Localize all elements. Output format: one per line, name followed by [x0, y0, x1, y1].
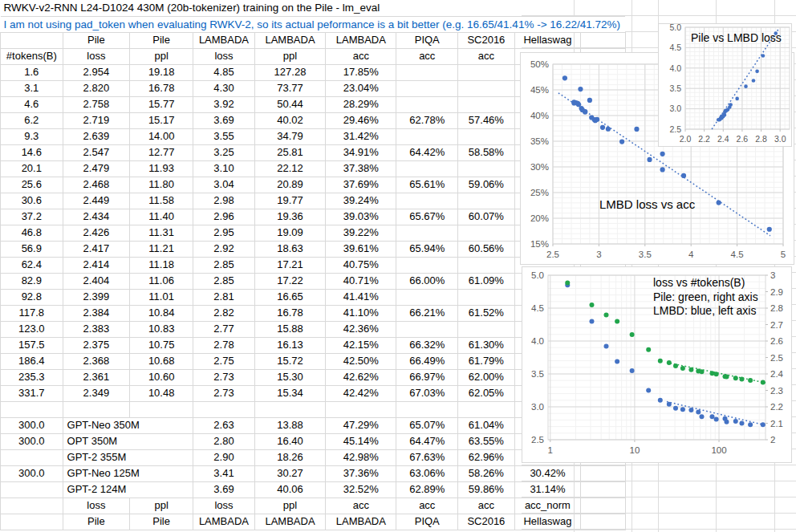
column-footer[interactable]: LAMBADA [193, 514, 255, 530]
model-name-cell[interactable]: OPT 350M [63, 433, 193, 449]
cell[interactable]: 2.434 [63, 209, 130, 225]
cell[interactable]: 41.41% [326, 289, 396, 305]
cell[interactable]: 11.58 [130, 193, 193, 209]
cell[interactable]: 20.1 [1, 160, 63, 177]
column-header[interactable]: PIQA [396, 32, 458, 48]
cell[interactable]: 19.09 [254, 225, 325, 241]
cell[interactable]: 3.69 [193, 481, 255, 497]
cell[interactable]: 2.719 [63, 112, 130, 128]
cell[interactable]: 42.36% [326, 321, 396, 337]
cell[interactable]: 3.10 [193, 160, 255, 177]
cell[interactable]: 3.41 [193, 465, 255, 481]
cell[interactable]: 66.00% [396, 273, 458, 289]
cell[interactable]: 15.72 [254, 353, 325, 369]
cell[interactable]: 3.04 [193, 177, 255, 193]
cell[interactable]: 32.52% [326, 481, 396, 497]
cell[interactable]: 3.25 [193, 144, 255, 160]
cell[interactable]: 16.40 [254, 433, 325, 449]
cell[interactable] [458, 64, 515, 80]
cell[interactable]: 59.06% [458, 177, 515, 193]
cell[interactable]: 2.77 [193, 321, 255, 337]
cell[interactable] [458, 80, 515, 96]
column-header[interactable] [581, 32, 625, 48]
cell[interactable] [396, 80, 458, 96]
cell[interactable]: 16.13 [254, 337, 325, 353]
cell[interactable]: 23.04% [326, 80, 396, 96]
cell[interactable]: 17.21 [254, 257, 325, 273]
cell[interactable]: 123.0 [1, 321, 63, 337]
cell[interactable]: 11.18 [130, 257, 193, 273]
cell[interactable]: 30.27 [254, 465, 325, 481]
cell[interactable] [458, 321, 515, 337]
cell[interactable]: 17.22 [254, 273, 325, 289]
column-header[interactable]: acc [396, 48, 458, 64]
column-footer[interactable]: LAMBADA [254, 514, 325, 530]
cell[interactable]: 157.5 [1, 337, 63, 353]
column-header[interactable]: SC2016 [458, 32, 515, 48]
cell[interactable] [1, 401, 63, 417]
cell[interactable]: 22.12 [254, 160, 325, 177]
cell[interactable] [581, 465, 625, 481]
cell[interactable]: 2.758 [63, 96, 130, 112]
cell[interactable]: 56.9 [1, 241, 63, 257]
cell[interactable]: 2.73 [193, 385, 255, 401]
cell[interactable]: 31.42% [326, 128, 396, 144]
cell[interactable]: 42.15% [326, 337, 396, 353]
cell[interactable]: 11.93 [130, 160, 193, 177]
cell[interactable]: 60.56% [458, 241, 515, 257]
cell[interactable]: 2.63 [193, 417, 255, 433]
column-footer[interactable]: LAMBADA [326, 514, 396, 530]
cell[interactable]: 39.61% [326, 241, 396, 257]
column-footer[interactable]: acc [326, 497, 396, 514]
cell[interactable]: 14.00 [130, 128, 193, 144]
cell[interactable]: 2.414 [63, 257, 130, 273]
column-footer[interactable]: SC2016 [458, 514, 515, 530]
cell[interactable]: 67.63% [396, 449, 458, 465]
cell[interactable]: 57.46% [458, 112, 515, 128]
cell[interactable]: 61.52% [458, 305, 515, 321]
cell[interactable]: 2.75 [193, 353, 255, 369]
cell[interactable] [458, 160, 515, 177]
chart-loss-vs-tokens[interactable]: 1101002.53.03.54.04.55.022.12.22.32.42.5… [522, 266, 792, 463]
cell[interactable] [326, 401, 396, 417]
column-header[interactable]: loss [193, 48, 255, 64]
column-header[interactable] [1, 32, 63, 48]
cell[interactable]: 2.417 [63, 241, 130, 257]
column-header[interactable]: loss [63, 48, 130, 64]
cell[interactable]: 34.91% [326, 144, 396, 160]
cell[interactable]: 4.85 [193, 64, 255, 80]
column-footer[interactable]: ppl [130, 497, 193, 514]
cell[interactable]: 2.547 [63, 144, 130, 160]
cell[interactable]: 62.4 [1, 257, 63, 273]
column-header[interactable]: #tokens(B) [1, 48, 63, 64]
cell[interactable]: 2.85 [193, 257, 255, 273]
cell[interactable]: 11.80 [130, 177, 193, 193]
cell[interactable]: 19.18 [130, 64, 193, 80]
column-header[interactable]: Pile [130, 32, 193, 48]
cell[interactable]: 2.426 [63, 225, 130, 241]
column-footer[interactable] [1, 497, 63, 514]
column-footer[interactable] [1, 514, 63, 530]
cell[interactable] [458, 289, 515, 305]
cell[interactable] [458, 257, 515, 273]
cell[interactable]: 42.50% [326, 353, 396, 369]
cell[interactable]: 61.04% [458, 417, 515, 433]
cell[interactable]: 39.03% [326, 209, 396, 225]
cell[interactable]: 15.88 [254, 321, 325, 337]
column-header[interactable]: ppl [130, 48, 193, 64]
cell[interactable]: 62.89% [396, 481, 458, 497]
cell[interactable]: 9.3 [1, 128, 63, 144]
cell[interactable]: 11.31 [130, 225, 193, 241]
cell[interactable]: 2.820 [63, 80, 130, 96]
cell[interactable]: 127.28 [254, 64, 325, 80]
model-name-cell[interactable]: GPT-Neo 125M [63, 465, 193, 481]
cell[interactable]: 2.368 [63, 353, 130, 369]
cell[interactable]: 300.0 [1, 465, 63, 481]
cell[interactable]: 63.55% [458, 433, 515, 449]
cell[interactable]: 18.26 [254, 449, 325, 465]
cell[interactable]: 12.77 [130, 144, 193, 160]
cell[interactable]: 50.44 [254, 96, 325, 112]
cell[interactable]: 11.21 [130, 241, 193, 257]
cell[interactable]: 10.68 [130, 353, 193, 369]
cell[interactable]: 235.3 [1, 369, 63, 385]
